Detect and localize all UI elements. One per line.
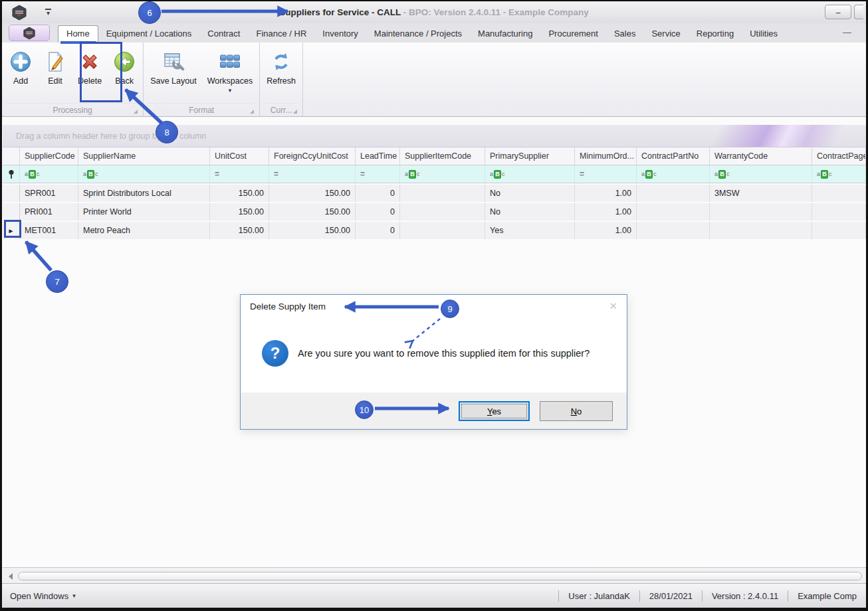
tab-reporting[interactable]: Reporting [689,26,742,43]
workspaces-button[interactable]: Workspaces ▾ [202,48,259,95]
filter-suppliercode[interactable]: aBc [20,165,78,183]
close-icon[interactable]: ✕ [609,300,617,312]
cell-minimumord[interactable]: 1.00 [575,222,637,239]
cell-suppliername[interactable]: Metro Peach [78,222,210,239]
table-row-selected[interactable]: ► MET001 Metro Peach 150.00 150.00 0 Yes… [3,222,866,239]
maximize-button[interactable] [854,5,863,19]
table-row[interactable]: PRI001 Printer World 150.00 150.00 0 No … [3,203,866,220]
cell-foreignccyunitcost[interactable]: 150.00 [269,222,356,239]
scrollbar-thumb[interactable] [18,572,862,580]
cell-supplieritemcode[interactable] [400,222,485,239]
filter-minimumord[interactable]: = [575,165,637,183]
open-windows-button[interactable]: Open Windows ▾ [10,591,76,601]
cell-primarysupplier[interactable]: Yes [485,222,575,239]
tab-utilities[interactable]: Utilities [742,26,786,43]
cell-warrantycode[interactable] [710,222,812,239]
cell-primarysupplier[interactable]: No [485,203,575,220]
cell-supplieritemcode[interactable] [400,203,485,220]
ribbon-collapse-icon[interactable]: — [843,27,851,37]
app-logo-icon [12,5,27,21]
filter-contractpage[interactable]: aBc [812,165,866,183]
filter-pin-icon [8,169,15,179]
filter-warrantycode[interactable]: aBc [710,165,812,183]
table-row[interactable]: SPR001 Sprint Distributors Local 150.00 … [3,185,866,202]
tab-sales[interactable]: Sales [606,26,644,43]
yes-button[interactable]: Yes [459,401,530,421]
cell-contractpage[interactable] [812,203,866,220]
column-header-foreignccyunitcost[interactable]: ForeignCcyUnitCost [269,147,356,165]
quick-access-caret-icon[interactable]: ▾ [45,9,51,16]
cell-suppliercode[interactable]: MET001 [20,222,78,239]
group-dialog-launcher-icon[interactable] [250,110,254,114]
filter-suppliername[interactable]: aBc [78,165,210,183]
cell-unitcost[interactable]: 150.00 [210,222,269,239]
tab-maintenance-projects[interactable]: Maintenance / Projects [366,26,470,43]
cell-suppliername[interactable]: Printer World [78,203,210,220]
cell-leadtime[interactable]: 0 [356,185,400,202]
save-layout-button[interactable]: Save Layout [145,48,202,88]
cell-warrantycode[interactable] [710,203,812,220]
tab-home[interactable]: Home [58,25,98,43]
cell-minimumord[interactable]: 1.00 [575,185,637,202]
tab-procurement[interactable]: Procurement [540,26,605,43]
filter-supplieritemcode[interactable]: aBc [400,165,485,183]
delete-confirmation-dialog: Delete Supply Item ✕ ? Are you sure you … [240,294,627,430]
window-title: Suppliers for Service - CALL - BPO: Vers… [2,7,866,17]
column-header-suppliername[interactable]: SupplierName [78,147,210,165]
row-gutter [3,185,20,202]
cell-suppliercode[interactable]: SPR001 [20,185,78,202]
tab-finance-hr[interactable]: Finance / HR [248,26,314,43]
cell-supplieritemcode[interactable] [400,185,485,202]
cell-unitcost[interactable]: 150.00 [210,185,269,202]
column-header-contractpartno[interactable]: ContractPartNo [637,147,710,165]
tab-manufacturing[interactable]: Manufacturing [470,26,540,43]
cell-minimumord[interactable]: 1.00 [575,203,637,220]
cell-suppliercode[interactable]: PRI001 [20,203,78,220]
scroll-left-icon[interactable] [9,573,13,580]
group-dialog-launcher-icon[interactable] [134,110,138,114]
decorative-sweep [653,125,866,147]
tab-inventory[interactable]: Inventory [314,26,366,43]
application-menu-button[interactable] [9,25,50,41]
no-button[interactable]: No [540,401,613,421]
column-header-suppliercode[interactable]: SupplierCode [20,147,78,165]
tab-service[interactable]: Service [643,26,688,43]
tab-equipment-locations[interactable]: Equipment / Locations [98,26,200,43]
filter-unitcost[interactable]: = [210,165,269,183]
minimize-button[interactable]: – [825,5,851,19]
refresh-icon [270,50,292,73]
cell-contractpartno[interactable] [637,185,710,202]
ribbon-group-processing: Add Edit Delete [2,43,144,116]
filter-contractpartno[interactable]: aBc [637,165,710,183]
cell-unitcost[interactable]: 150.00 [210,203,269,220]
cell-leadtime[interactable]: 0 [356,222,400,239]
cell-contractpage[interactable] [812,185,866,202]
cell-foreignccyunitcost[interactable]: 150.00 [269,203,356,220]
add-button[interactable]: Add [3,48,38,88]
cell-foreignccyunitcost[interactable]: 150.00 [269,185,356,202]
filter-primarysupplier[interactable]: aBc [485,165,575,183]
column-header-leadtime[interactable]: LeadTime [356,147,400,165]
cell-contractpartno[interactable] [637,222,710,239]
horizontal-scrollbar[interactable] [3,567,866,584]
cell-primarysupplier[interactable]: No [485,185,575,202]
column-header-supplieritemcode[interactable]: SupplierItemCode [400,147,485,165]
grid-header-row: SupplierCode SupplierName UnitCost Forei… [3,147,866,165]
cell-suppliername[interactable]: Sprint Distributors Local [78,185,210,202]
column-header-contractpage[interactable]: ContractPage [812,147,866,165]
column-header-primarysupplier[interactable]: PrimarySupplier [485,147,575,165]
group-dialog-launcher-icon[interactable] [293,110,297,114]
cell-contractpage[interactable] [812,222,866,239]
column-header-minimumord[interactable]: MinimumOrd... [575,147,637,165]
filter-leadtime[interactable]: = [356,165,400,183]
edit-button[interactable]: Edit [38,48,72,88]
column-header-warrantycode[interactable]: WarrantyCode [710,147,812,165]
column-header-unitcost[interactable]: UnitCost [210,147,269,165]
refresh-button[interactable]: Refresh [261,48,301,88]
cell-contractpartno[interactable] [637,203,710,220]
group-by-panel[interactable]: Drag a column header here to group by th… [3,125,866,147]
filter-foreignccyunitcost[interactable]: = [269,165,356,183]
cell-warrantycode[interactable]: 3MSW [710,185,812,202]
tab-contract[interactable]: Contract [199,26,248,43]
cell-leadtime[interactable]: 0 [356,203,400,220]
